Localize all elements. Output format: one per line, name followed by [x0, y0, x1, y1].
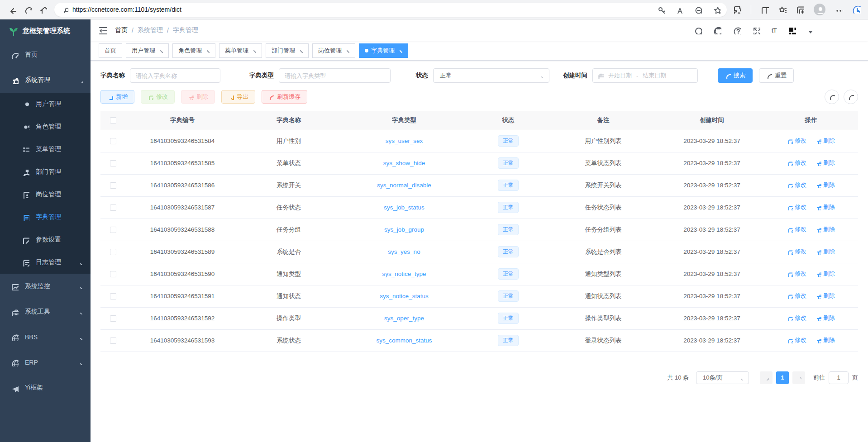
reset-button[interactable]: 重置 [759, 68, 794, 83]
row-delete-link[interactable]: 删除 [816, 181, 835, 189]
next-page-button[interactable] [792, 371, 805, 384]
tab-dept-mgmt[interactable]: 部门管理 [266, 43, 309, 58]
header-search-icon[interactable] [694, 26, 702, 34]
row-checkbox[interactable] [110, 204, 116, 211]
dict-type-link[interactable]: sys_show_hide [383, 160, 425, 166]
row-edit-link[interactable]: 修改 [787, 336, 806, 344]
breadcrumb-home[interactable]: 首页 [115, 26, 128, 34]
sidebar-item-home[interactable]: 首页 [0, 42, 91, 67]
dict-type-link[interactable]: sys_job_group [384, 226, 424, 233]
dict-type-link[interactable]: sys_common_status [376, 337, 432, 344]
row-checkbox[interactable] [110, 337, 116, 344]
sidebar-item-post-mgmt[interactable]: 岗位管理 [0, 183, 91, 206]
row-delete-link[interactable]: 删除 [816, 225, 835, 233]
row-delete-link[interactable]: 删除 [816, 247, 835, 256]
page-size-select[interactable]: 10条/页 [696, 371, 749, 384]
sidebar-item-dict-mgmt[interactable]: 字典管理 [0, 206, 91, 228]
search-button[interactable]: 搜索 [718, 68, 753, 83]
browser-profile-avatar[interactable] [814, 4, 825, 15]
row-delete-link[interactable]: 删除 [816, 203, 835, 211]
tab-menu-mgmt[interactable]: 菜单管理 [219, 43, 262, 58]
sidebar-item-log-mgmt[interactable]: 日志管理 [0, 251, 91, 274]
toggle-search-button[interactable] [825, 90, 839, 104]
sidebar-item-param-settings[interactable]: 参数设置 [0, 228, 91, 251]
close-icon[interactable] [397, 48, 402, 53]
sidebar-item-yi-framework[interactable]: Yi框架 [0, 375, 91, 400]
favorites-icon[interactable] [778, 5, 787, 14]
sidebar-item-dept-mgmt[interactable]: 部门管理 [0, 161, 91, 183]
dict-type-link[interactable]: sys_normal_disable [377, 182, 431, 189]
row-edit-link[interactable]: 修改 [787, 292, 806, 300]
row-checkbox[interactable] [110, 315, 116, 322]
extensions-icon[interactable] [733, 5, 741, 14]
sidebar-item-erp[interactable]: ERP [0, 350, 91, 375]
browser-menu-ellipsis-icon[interactable] [835, 5, 843, 14]
page-number-1[interactable]: 1 [776, 371, 789, 384]
address-bar[interactable]: https://ccnetcore.com:1101/system/dict [54, 3, 727, 17]
dict-type-link[interactable]: sys_job_status [384, 204, 424, 211]
fullscreen-icon[interactable] [752, 26, 760, 34]
avatar-caret-down-icon[interactable] [808, 31, 813, 33]
date-range-picker[interactable]: 开始日期 - 结束日期 [592, 68, 698, 83]
close-icon[interactable] [298, 48, 303, 53]
close-icon[interactable] [205, 48, 210, 53]
browser-back-button[interactable] [5, 2, 20, 17]
close-icon[interactable] [158, 48, 163, 53]
app-logo[interactable]: 意框架管理系统 [0, 19, 91, 42]
row-checkbox[interactable] [110, 249, 116, 255]
tab-dict-mgmt-active[interactable]: 字典管理 [359, 43, 408, 58]
sidebar-item-user-mgmt[interactable]: 用户管理 [0, 93, 91, 115]
url-text[interactable]: https://ccnetcore.com:1101/system/dict [72, 6, 181, 13]
dict-type-input[interactable] [279, 68, 391, 83]
row-delete-link[interactable]: 删除 [816, 292, 835, 300]
row-edit-link[interactable]: 修改 [787, 159, 806, 167]
row-delete-link[interactable]: 删除 [816, 159, 835, 167]
row-delete-link[interactable]: 删除 [816, 314, 835, 322]
split-screen-icon[interactable] [761, 5, 769, 14]
zoom-out-icon[interactable] [694, 6, 702, 14]
tab-user-mgmt[interactable]: 用户管理 [126, 43, 169, 58]
favorite-star-add-icon[interactable] [713, 6, 720, 14]
read-aloud-icon[interactable] [676, 6, 683, 14]
row-edit-link[interactable]: 修改 [787, 225, 806, 233]
select-all-checkbox[interactable] [110, 117, 116, 124]
sidebar-item-role-mgmt[interactable]: 角色管理 [0, 115, 91, 138]
row-edit-link[interactable]: 修改 [787, 247, 806, 256]
dict-type-link[interactable]: sys_oper_type [384, 315, 424, 322]
collections-icon[interactable] [796, 5, 804, 14]
add-button[interactable]: 新增 [100, 90, 134, 104]
refresh-table-button[interactable] [844, 90, 858, 104]
row-delete-link[interactable]: 删除 [816, 336, 835, 344]
help-icon[interactable] [733, 26, 741, 34]
close-icon[interactable] [251, 48, 256, 53]
refresh-cache-button[interactable]: 刷新缓存 [262, 90, 307, 104]
font-size-icon[interactable]: tT [772, 26, 777, 34]
sidebar-item-system-monitor[interactable]: 系统监控 [0, 274, 91, 299]
goto-page-input[interactable] [829, 371, 849, 384]
row-checkbox[interactable] [110, 271, 116, 277]
row-edit-link[interactable]: 修改 [787, 181, 806, 189]
browser-home-button[interactable] [35, 2, 51, 17]
close-icon[interactable] [344, 48, 349, 53]
delete-button-disabled[interactable]: 删除 [181, 90, 215, 104]
dict-type-link[interactable]: sys_yes_no [388, 248, 420, 255]
tab-home[interactable]: 首页 [99, 43, 122, 58]
row-delete-link[interactable]: 删除 [816, 270, 835, 278]
status-select[interactable]: 正常 [433, 68, 549, 83]
prev-page-button[interactable] [760, 371, 773, 384]
row-edit-link[interactable]: 修改 [787, 203, 806, 211]
row-checkbox[interactable] [110, 227, 116, 233]
edit-button-disabled[interactable]: 修改 [141, 90, 175, 104]
row-edit-link[interactable]: 修改 [787, 314, 806, 322]
tab-role-mgmt[interactable]: 角色管理 [172, 43, 215, 58]
row-checkbox[interactable] [110, 160, 116, 166]
github-icon[interactable] [713, 26, 721, 34]
browser-refresh-button[interactable] [20, 2, 35, 17]
row-edit-link[interactable]: 修改 [787, 137, 806, 145]
export-button[interactable]: 导出 [221, 90, 255, 104]
user-avatar-logo[interactable] [788, 26, 796, 34]
dict-type-link[interactable]: sys_notice_type [382, 271, 426, 277]
sidebar-collapse-icon[interactable] [98, 25, 108, 35]
bing-chat-icon[interactable] [853, 5, 861, 14]
row-checkbox[interactable] [110, 138, 116, 144]
